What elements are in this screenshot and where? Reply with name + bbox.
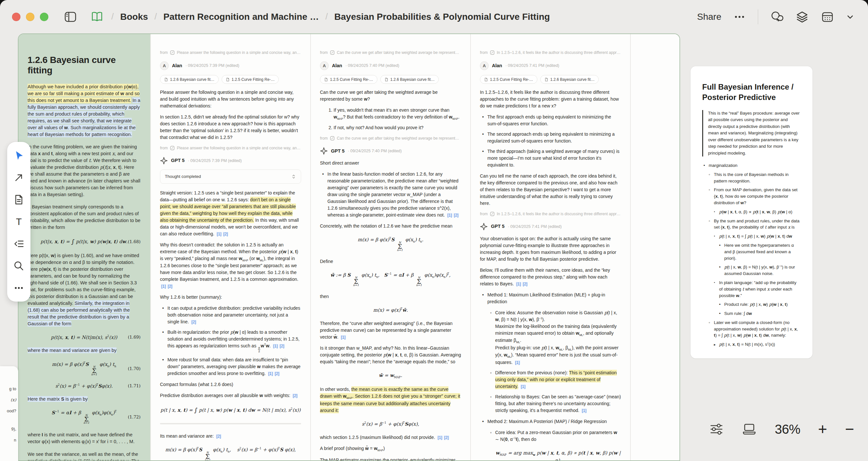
peek-fragment: ood? bbox=[7, 408, 16, 413]
document-tool[interactable] bbox=[12, 193, 26, 207]
thread-source-link[interactable]: from Please answer the following questio… bbox=[160, 145, 301, 151]
assistant-paragraph[interactable]: Is it stronger than w_MAP, and why? No. … bbox=[320, 345, 461, 365]
doc-paragraph[interactable]: In the curve fitting problem, we are giv… bbox=[28, 144, 141, 198]
user-question[interactable]: Please answer the following question in … bbox=[160, 89, 301, 109]
assistant-paragraph[interactable]: Short direct answer bbox=[320, 160, 461, 167]
list-item[interactable]: Built-in regularization: the prior p(w |… bbox=[160, 329, 301, 353]
assistant-paragraph[interactable]: Predictive distribution averages over al… bbox=[160, 392, 301, 399]
context-chip[interactable]: 1.2.5 Curve Fitting Re-… bbox=[320, 75, 377, 84]
more-options-icon[interactable] bbox=[733, 10, 746, 23]
assistant-paragraph[interactable]: In other words, the mean curve is exactl… bbox=[320, 386, 461, 413]
breadcrumb-page-title[interactable]: Bayesian Probabilities & Polynomial Curv… bbox=[334, 12, 550, 22]
presentation-icon[interactable] bbox=[741, 422, 757, 437]
doc-paragraph[interactable]: where I is the unit matrix, and we have … bbox=[28, 431, 141, 446]
sub-bullet-list: Core idea: Put a zero-mean Gaussian prio… bbox=[488, 429, 621, 461]
thread-source-link[interactable]: from Please answer the following questio… bbox=[160, 50, 301, 56]
list-item[interactable]: It can output a predictive distribution:… bbox=[160, 305, 301, 325]
list-item[interactable]: If yes, wouldn't that mean it's an even … bbox=[334, 107, 461, 121]
assistant-paragraph[interactable]: which section 1.2.5 (maximum likelihood)… bbox=[320, 434, 461, 441]
doc-paragraph[interactable]: Here the matrix S is given by bbox=[28, 396, 141, 403]
search-icon[interactable] bbox=[12, 259, 26, 273]
assistant-paragraph[interactable]: Straight version: 1.2.5 uses a “single b… bbox=[160, 190, 301, 237]
list-item[interactable]: Method 1: Maximum Likelihood Estimation … bbox=[480, 291, 621, 305]
context-chips: 1.2.6 Bayesian curve fit… 1.2.5 Curve Fi… bbox=[160, 75, 301, 84]
assistant-paragraph[interactable]: Below, I'll outline them with their name… bbox=[480, 267, 621, 287]
assistant-paragraph[interactable]: Its mean and variance are: [2] bbox=[160, 433, 301, 439]
assistant-paragraph[interactable]: Define bbox=[320, 258, 461, 265]
list-item[interactable]: The third approach (taking a weighted av… bbox=[480, 148, 621, 169]
sidebar-toggle-icon[interactable] bbox=[64, 10, 77, 23]
assistant-paragraph[interactable]: A brief proof (showing w̄ = wMAP) bbox=[320, 445, 461, 452]
context-chip[interactable]: 1.2.6 Bayesian curve fit… bbox=[160, 75, 219, 84]
context-chip[interactable]: 1.2.5 Curve Fitting Re-… bbox=[222, 75, 279, 84]
share-button[interactable]: Share bbox=[697, 12, 721, 22]
text-tool[interactable]: T bbox=[12, 214, 26, 229]
list-item[interactable]: Core idea: Assume the observation noise … bbox=[488, 309, 621, 366]
user-question[interactable]: Can you tell me the name of each approac… bbox=[480, 173, 621, 207]
zoom-in-button[interactable]: + bbox=[818, 422, 827, 437]
book-icon[interactable] bbox=[91, 10, 103, 23]
equation-1-69: p(t|x, x, t) = N(t|m(x), s2(x))(1.69) bbox=[28, 335, 141, 340]
assistant-paragraph[interactable]: then bbox=[320, 293, 461, 300]
calendar-icon[interactable] bbox=[820, 10, 834, 24]
doc-paragraph[interactable]: Here p(t|x, w) is given by (1.60), and w… bbox=[28, 252, 141, 327]
outline-tool[interactable] bbox=[12, 237, 26, 251]
list-item[interactable]: Method 2: Maximum A Posteriori (MAP) / R… bbox=[480, 418, 621, 425]
doc-paragraph[interactable]: where the mean and variance are given by bbox=[28, 347, 141, 354]
list-item[interactable]: If not, why not? And how would you prove… bbox=[334, 124, 461, 131]
background-column-peek[interactable]: g to (x) ood? 9), n bbox=[0, 366, 18, 461]
chat-bubbles-icon[interactable] bbox=[770, 10, 784, 24]
list-item[interactable]: The first approach ends up being equival… bbox=[480, 114, 621, 127]
list-item[interactable]: Relationship to Bayes: Can be seen as “a… bbox=[488, 394, 621, 414]
minimize-button[interactable] bbox=[26, 13, 34, 21]
context-chip[interactable]: 1.2.5 Curve Fitting Re-… bbox=[480, 75, 537, 84]
breadcrumb-separator: / bbox=[154, 12, 157, 22]
assistant-paragraph[interactable]: Concretely, with the notation of 1.2.6 w… bbox=[320, 223, 461, 230]
list-item[interactable]: The second approach ends up being equiva… bbox=[480, 131, 621, 144]
breadcrumb-book-title[interactable]: Pattern Recognition and Machine … bbox=[163, 12, 319, 22]
more-tools-icon[interactable] bbox=[12, 281, 26, 295]
list-item[interactable]: Difference from the previous (none): Thi… bbox=[488, 370, 621, 390]
assistant-paragraph[interactable]: Your observation is spot on: the author … bbox=[480, 235, 621, 263]
zoom-out-button[interactable]: − bbox=[845, 422, 854, 437]
thread-source-link[interactable]: from Can the curve we get after taking t… bbox=[320, 50, 461, 56]
user-question[interactable]: In section 1.2.5, didn't we already find… bbox=[160, 114, 301, 141]
list-item[interactable]: In the linear basis-function model of se… bbox=[320, 171, 461, 219]
chat-column-2: from Can the curve we get after taking t… bbox=[310, 34, 470, 460]
user-question[interactable]: Can the curve we get after taking the we… bbox=[320, 89, 461, 103]
user-question[interactable]: In 1.2.5–1.2.6, it feels like the author… bbox=[480, 89, 621, 109]
breadcrumb-books[interactable]: Books bbox=[120, 12, 148, 22]
doc-paragraph[interactable]: Although we have included a prior distri… bbox=[28, 83, 141, 138]
list-item[interactable]: Core idea: Put a zero-mean Gaussian prio… bbox=[488, 429, 621, 461]
zoom-level[interactable]: 36% bbox=[775, 422, 801, 437]
list-item[interactable]: More robust for small data: when data ar… bbox=[160, 356, 301, 377]
assistant-paragraph[interactable]: Why 1.2.6 is better (summary): bbox=[160, 294, 301, 300]
close-button[interactable] bbox=[12, 13, 21, 21]
note-title: Full Bayesian Inference / Posterior Pred… bbox=[702, 82, 801, 103]
cursor-tool[interactable] bbox=[12, 148, 26, 163]
author-name: Alan bbox=[172, 62, 182, 69]
note-card[interactable]: Full Bayesian Inference / Posterior Pred… bbox=[690, 66, 812, 358]
thread-source-link[interactable]: from Can the curve we get after taking t… bbox=[320, 135, 461, 141]
fullscreen-button[interactable] bbox=[40, 13, 48, 21]
assistant-paragraph[interactable]: Compact formulas (what 1.2.6 does) bbox=[160, 381, 301, 388]
context-chip[interactable]: 1.2.6 Bayesian curve fit… bbox=[380, 75, 439, 84]
message-timestamp: · 09/24/2025 7:40 PM (edited) bbox=[348, 148, 402, 154]
thread-source-link[interactable]: from In 1.2.5–1.2.6, it feels like the a… bbox=[480, 50, 621, 56]
thread-source-link[interactable]: from In 1.2.5–1.2.6, it feels like the a… bbox=[480, 211, 621, 217]
layers-icon[interactable] bbox=[795, 10, 809, 24]
note-item: p(w | x, t, α, β) ∝ p(t | x, w, β) p(w |… bbox=[713, 209, 801, 215]
assistant-paragraph[interactable]: Therefore, the “curve after weighted ave… bbox=[320, 320, 461, 341]
assistant-paragraph[interactable]: Why this doesn't contradict: the solutio… bbox=[160, 241, 301, 290]
doc-paragraph[interactable]: A Bayesian treatment simply corresponds … bbox=[28, 204, 141, 231]
traffic-lights bbox=[12, 13, 48, 21]
doc-paragraph[interactable]: We see that the variance, as well as the… bbox=[28, 451, 141, 461]
chevron-down-icon[interactable] bbox=[846, 13, 855, 21]
assistant-paragraph[interactable]: The MAP estimator maximizes the posterio… bbox=[320, 457, 461, 461]
assistant-author-row: GPT 5 · 09/24/2025 7:40 PM (edited) bbox=[320, 147, 461, 155]
view-settings-icon[interactable] bbox=[709, 422, 723, 436]
thought-toggle[interactable]: Thought completed bbox=[160, 170, 301, 184]
bullet-list: The first approach ends up being equival… bbox=[480, 114, 621, 169]
context-chip[interactable]: 1.2.6 Bayesian curve fit… bbox=[540, 75, 599, 84]
arrow-tool[interactable] bbox=[12, 170, 26, 185]
